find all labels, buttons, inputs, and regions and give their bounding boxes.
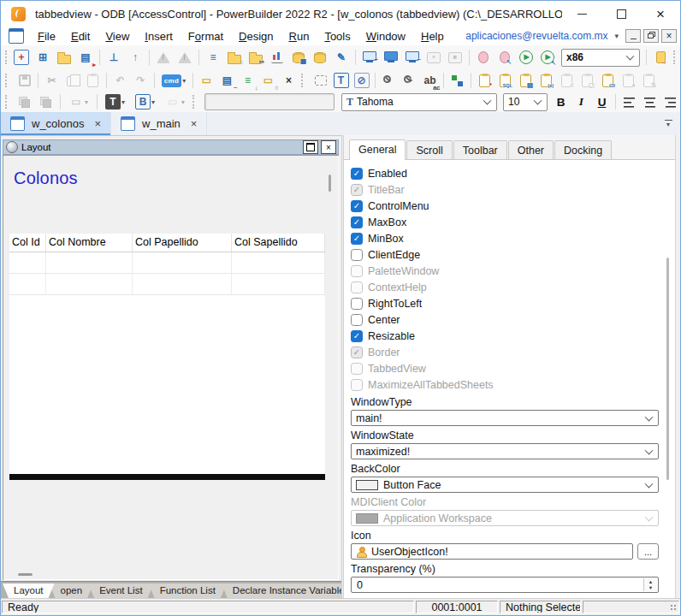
paste-button[interactable] [83,71,103,90]
text-color-button[interactable]: T▾ [101,92,130,111]
dw-column-header[interactable]: Col Sapellido [232,234,325,252]
bring-to-front-button[interactable] [15,92,35,111]
layout-toggle-button[interactable] [447,71,467,90]
design-horizontal-scrollbar[interactable] [18,573,33,576]
select-and-run-button[interactable]: ▶↖ [537,48,558,67]
exit-button[interactable]: → [650,48,671,67]
close-button[interactable] [641,1,680,27]
icon-input[interactable]: UserObjectIcon! [351,543,633,560]
find-object-button[interactable]: ▭○ [258,71,278,90]
clip-run-button[interactable]: * [475,71,494,90]
maximizealltabbedsheets-checkbox[interactable] [351,379,363,391]
dw-column-header[interactable]: Col Nombre [46,234,133,252]
profile-chart-button[interactable] [267,48,287,67]
spinner-down-icon[interactable]: ▼ [644,585,657,592]
report-document-button[interactable]: ▤~ [217,71,237,90]
controlmenu-checkbox[interactable]: ✓ [351,200,363,212]
send-to-back-button[interactable] [36,92,56,111]
clip-share-button[interactable]: < [557,71,577,90]
debug-button[interactable] [473,48,494,67]
minimize-button[interactable] [562,1,601,27]
window-preview-button[interactable]: » [423,48,444,67]
clip-web-button[interactable]: ● [619,71,638,90]
menu-tools[interactable]: Tools [317,30,358,43]
database-painter-button[interactable] [310,48,330,67]
grip-handle[interactable] [5,50,7,64]
menu-insert[interactable]: Insert [137,30,181,43]
select-and-debug-button[interactable]: ↖ [494,48,515,67]
menu-window[interactable]: Window [358,30,413,43]
next-error-button[interactable] [175,48,195,67]
maxbox-checkbox[interactable]: ✓ [351,216,363,228]
border-checkbox[interactable]: ✓ [351,346,363,358]
object-hierarchy-button[interactable]: ⊥ [104,48,124,67]
cut-button[interactable]: ✂ [42,71,62,90]
grip-handle[interactable] [192,95,198,109]
minbox-checkbox[interactable]: ✓ [351,233,363,245]
close-painter-button[interactable]: × [279,71,299,90]
library-painter-button[interactable]: ▤▸ [75,48,96,67]
todo-list-button[interactable]: ≡ [203,48,223,67]
font-size-select[interactable]: 10 [503,93,548,111]
contexthelp-checkbox[interactable] [351,281,363,293]
align-left-button[interactable] [619,93,639,110]
build-target-select[interactable]: x86 [561,49,640,67]
menu-design[interactable]: Design [231,30,281,43]
grip-handle[interactable] [5,95,10,109]
palettewindow-checkbox[interactable] [351,265,363,277]
layout-close-button[interactable]: × [321,140,336,154]
tab-w-colonos[interactable]: w_colonos× [1,112,111,135]
inherit-object-button[interactable]: ⊞ [33,48,53,67]
window-title-object[interactable]: Colonos [14,169,78,188]
view-tab-function-list[interactable]: Function List [149,583,227,598]
font-name-select[interactable]: TTahoma [341,93,497,111]
design-vertical-scrollbar[interactable] [329,175,331,192]
properties-window-button[interactable]: T [331,71,351,90]
select-objects-button[interactable] [311,71,330,90]
clip-paste-button[interactable]: ▢ [577,71,597,90]
goto-window-button[interactable]: ▭ [197,71,216,90]
fill-color-button[interactable]: ▭▾ [161,92,190,111]
edit-source-button[interactable]: ✎ [331,48,352,67]
view-tab-event-list[interactable]: Event List [88,583,154,598]
new-window-button[interactable]: + [359,48,380,67]
close-tab-icon[interactable]: × [191,117,198,130]
transparency-input[interactable]: 0▲▼ [351,577,659,593]
view-tab-layout[interactable]: Layout [3,583,55,598]
clip-form-button[interactable]: ▤ [516,71,536,90]
tab-overflow-button[interactable]: ▾ [656,112,680,135]
mdi-close-button[interactable] [661,29,677,43]
clip-sql-button[interactable]: SQL [495,71,515,90]
view-tab-open[interactable]: open [50,583,94,598]
dw-column-header[interactable]: Col Id [9,234,46,252]
align-center-button[interactable] [640,93,660,110]
tabbedview-checkbox[interactable] [351,363,363,375]
background-color-button[interactable]: B▾ [131,92,160,111]
account-caret-icon[interactable]: ▾ [607,32,625,40]
align-controls-button[interactable]: ▭▾ [64,92,93,111]
resize-grip[interactable] [670,604,677,611]
underline-button[interactable]: U [592,93,612,110]
menu-run[interactable]: Run [281,30,317,43]
clientedge-checkbox[interactable] [351,249,363,261]
close-window-button[interactable]: − [402,48,423,67]
properties-tab-scroll[interactable]: Scroll [406,140,452,159]
resizable-checkbox[interactable]: ✓ [351,330,363,342]
titlebar-checkbox[interactable]: ✓ [351,184,363,196]
save-button[interactable] [15,71,34,90]
align-right-button[interactable] [660,93,680,110]
menu-view[interactable]: View [98,30,137,43]
export-object-button[interactable]: ↑ [125,48,145,67]
mdi-document-icon[interactable] [9,28,24,44]
window-painter-button[interactable] [381,48,401,67]
bold-button[interactable]: B [551,93,571,110]
properties-tab-other[interactable]: Other [508,140,554,159]
browse-library-button[interactable]: ○ [224,48,245,67]
previous-error-button[interactable] [153,48,174,67]
appeon-logo-button[interactable] [679,48,680,67]
window-stop-button[interactable]: ■ [445,48,465,67]
clip-expression-button[interactable]: (x) [536,71,556,90]
zoom-select-button[interactable]: ▸ [400,71,419,90]
clip-window-button[interactable]: ▭ [598,71,618,90]
mdi-minimize-button[interactable] [625,29,641,43]
